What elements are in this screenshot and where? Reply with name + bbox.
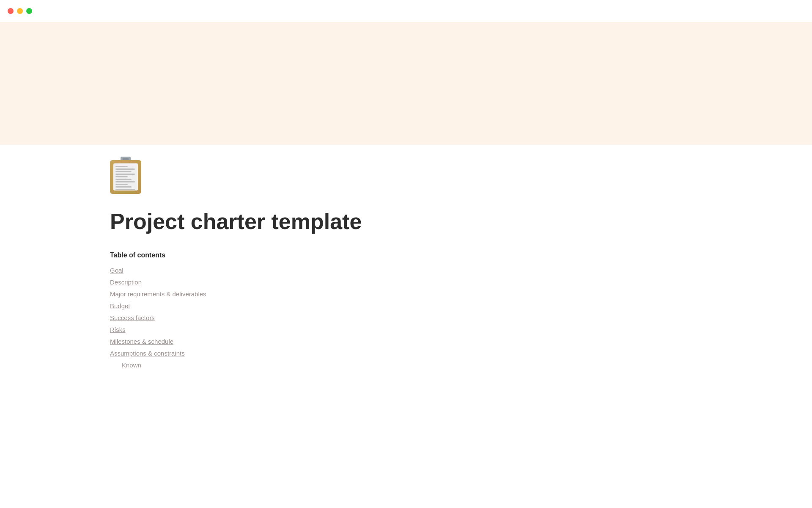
paper-line [115, 174, 135, 175]
maximize-button[interactable] [26, 8, 32, 14]
list-item: Known [122, 362, 702, 369]
list-item: Risks [110, 326, 702, 334]
list-item: Budget [110, 302, 702, 310]
paper-line [115, 184, 128, 185]
page-title: Project charter template [0, 209, 812, 235]
clipboard-paper [113, 163, 138, 190]
toc-link[interactable]: Major requirements & deliverables [110, 290, 206, 298]
paper-line [115, 176, 128, 177]
toc-list: GoalDescriptionMajor requirements & deli… [110, 267, 702, 369]
toc-heading: Table of contents [110, 251, 702, 259]
toc-link[interactable]: Goal [110, 267, 123, 274]
toc-link[interactable]: Known [122, 362, 141, 369]
close-button[interactable] [8, 8, 14, 14]
list-item: Success factors [110, 314, 702, 322]
list-item: Milestones & schedule [110, 338, 702, 345]
page-icon-area [0, 145, 812, 196]
paper-line [115, 166, 128, 167]
titlebar [0, 0, 812, 22]
paper-line [115, 186, 132, 188]
table-of-contents: Table of contents GoalDescriptionMajor r… [0, 251, 812, 369]
paper-line [115, 168, 135, 170]
toc-link[interactable]: Assumptions & constraints [110, 350, 185, 357]
toc-link[interactable]: Milestones & schedule [110, 338, 173, 345]
paper-lines [113, 163, 138, 190]
list-item: Assumptions & constraints [110, 350, 702, 357]
toc-link[interactable]: Description [110, 279, 142, 286]
paper-line [115, 171, 132, 172]
list-item: Major requirements & deliverables [110, 290, 702, 298]
clipboard-body [110, 160, 141, 194]
toc-link[interactable]: Success factors [110, 314, 155, 321]
paper-line [115, 181, 135, 182]
minimize-button[interactable] [17, 8, 23, 14]
paper-line [115, 179, 132, 180]
toc-link[interactable]: Risks [110, 326, 126, 333]
list-item: Description [110, 279, 702, 286]
clipboard-icon [110, 157, 144, 194]
paper-line [115, 189, 135, 190]
hero-banner [0, 22, 812, 145]
list-item: Goal [110, 267, 702, 274]
toc-link[interactable]: Budget [110, 302, 130, 309]
